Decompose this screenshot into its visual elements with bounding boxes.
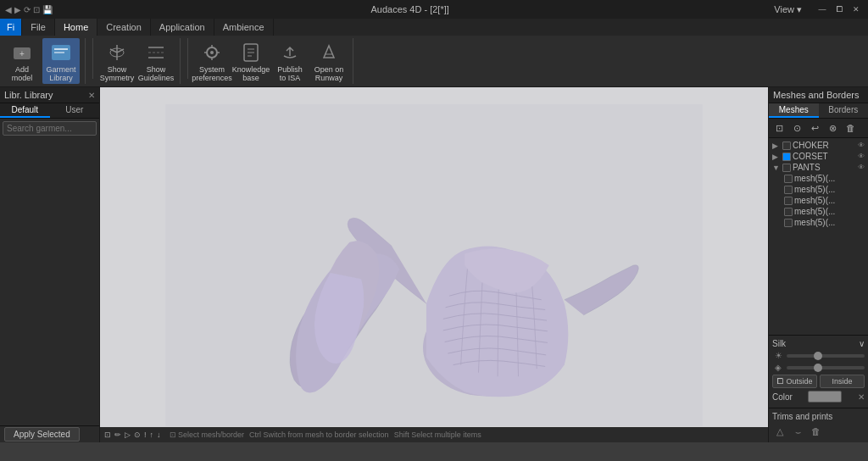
- mesh4-checkbox[interactable]: [784, 208, 793, 216]
- ribbon-group-model: + Addmodel GarmentLibrary: [3, 38, 86, 84]
- tree-item-pants[interactable]: ▼ PANTS 👁: [769, 162, 868, 173]
- target-icon[interactable]: ⊙: [134, 430, 141, 439]
- mesh-tool-close[interactable]: ⊗: [825, 120, 840, 136]
- down-icon[interactable]: ↓: [157, 430, 161, 439]
- add-model-button[interactable]: + Addmodel: [3, 38, 41, 84]
- tab-file[interactable]: File: [22, 19, 55, 36]
- outside-button[interactable]: ⧠ Outside: [772, 375, 817, 388]
- tree-item-mesh3[interactable]: mesh(5)(...: [781, 195, 868, 206]
- sep2: [187, 38, 188, 79]
- tab-creation[interactable]: Creation: [97, 19, 151, 36]
- pants-children: mesh(5)(... mesh(5)(... mesh(5)(... mesh…: [769, 173, 868, 228]
- select-icon[interactable]: ⊡: [104, 430, 111, 439]
- tab-user[interactable]: User: [50, 103, 100, 118]
- meshes-header: Meshes and Borders: [769, 87, 868, 103]
- trims-tool-delete[interactable]: 🗑: [808, 424, 823, 439]
- trims-tool-1[interactable]: △: [772, 424, 787, 439]
- mesh2-checkbox[interactable]: [784, 186, 793, 194]
- tree-item-mesh2[interactable]: mesh(5)(...: [781, 184, 868, 195]
- trims-tool-2[interactable]: ⌣: [790, 424, 805, 439]
- color-swatch[interactable]: [808, 391, 842, 403]
- mesh3-checkbox[interactable]: [784, 197, 793, 205]
- window-icon[interactable]: ⊡: [33, 5, 40, 14]
- refresh-icon[interactable]: ⟳: [24, 5, 31, 14]
- trims-header: Trims and prints: [772, 412, 865, 421]
- slider-2[interactable]: [787, 366, 865, 369]
- ribbon-tabs: Fi File Home Creation Application Ambien…: [0, 19, 868, 36]
- mesh2-label: mesh(5)(...: [794, 185, 865, 194]
- tab-application[interactable]: Application: [151, 19, 214, 36]
- left-panel-close-button[interactable]: ✕: [88, 91, 95, 100]
- mesh1-checkbox[interactable]: [784, 175, 793, 183]
- show-symmetry-label: ShowSymmetry: [100, 66, 135, 83]
- left-panel-title: Libr. Library: [4, 90, 53, 100]
- choker-checkbox[interactable]: [782, 142, 791, 150]
- garment-area: [0, 138, 99, 425]
- draw-icon[interactable]: ✏: [114, 430, 121, 439]
- tab-fi[interactable]: Fi: [0, 19, 22, 36]
- corset-eye-icon[interactable]: 👁: [858, 153, 865, 160]
- slider-1[interactable]: [787, 354, 865, 358]
- save-icon[interactable]: 💾: [42, 5, 53, 14]
- pants-eye-icon[interactable]: 👁: [858, 164, 865, 171]
- tab-home[interactable]: Home: [55, 19, 97, 36]
- publish-to-isa-button[interactable]: Publishto ISA: [271, 38, 309, 84]
- show-symmetry-button[interactable]: ShowSymmetry: [98, 38, 136, 84]
- trims-panel: Trims and prints △ ⌣ 🗑: [769, 408, 868, 442]
- material-header: Silk ∨: [772, 339, 865, 348]
- runway-icon: [317, 41, 341, 64]
- knowledge-base-button[interactable]: Knowledgebase: [232, 38, 270, 84]
- garment-library-button[interactable]: GarmentLibrary: [42, 38, 80, 84]
- apply-selected-button[interactable]: Apply Selected: [4, 427, 80, 442]
- mesh-tool-2[interactable]: ⊙: [789, 120, 804, 136]
- left-panel-tabs: Default User: [0, 103, 99, 119]
- inside-label: Inside: [832, 377, 852, 386]
- tab-borders[interactable]: Borders: [819, 103, 869, 118]
- titlebar-icons: ◀ ▶ ⟳ ⊡ 💾: [5, 5, 53, 14]
- mesh-tool-undo[interactable]: ↩: [807, 120, 822, 136]
- mesh-tool-1[interactable]: ⊡: [771, 120, 787, 136]
- ribbon-group-tools: Systempreferences Knowledgebase Publisht…: [193, 38, 353, 84]
- color-close-icon[interactable]: ✕: [858, 392, 865, 402]
- corset-checkbox[interactable]: [782, 153, 791, 161]
- play-icon[interactable]: ▷: [125, 430, 131, 439]
- tree-item-mesh1[interactable]: mesh(5)(...: [781, 173, 868, 184]
- publish-icon: [278, 41, 302, 64]
- tree-item-mesh4[interactable]: mesh(5)(...: [781, 206, 868, 217]
- back-icon[interactable]: ▶: [14, 5, 21, 14]
- open-on-runway-button[interactable]: Open onRunway: [310, 38, 348, 84]
- view-label: View: [774, 4, 794, 14]
- mesh5-checkbox[interactable]: [784, 219, 793, 227]
- status-hint-3: Shift Select multiple items: [394, 430, 481, 439]
- view-arrow-icon: ▾: [797, 4, 802, 15]
- show-guidelines-button[interactable]: ShowGuidelines: [137, 38, 175, 84]
- material-expand-icon[interactable]: ∨: [859, 339, 865, 348]
- system-preferences-button[interactable]: Systempreferences: [193, 38, 231, 84]
- trims-toolbar: △ ⌣ 🗑: [772, 424, 865, 439]
- viewport[interactable]: ⊡ ✏ ▷ ⊙ ! ↑ ↓ ⊡ Select mesh/border Ctrl …: [100, 87, 768, 442]
- prop-icon-1: ☀: [772, 351, 784, 360]
- maximize-button[interactable]: ⧠: [832, 3, 846, 16]
- app-title: Audaces 4D - [2[*]]: [53, 4, 767, 14]
- choker-eye-icon[interactable]: 👁: [858, 142, 865, 149]
- close-button[interactable]: ✕: [849, 3, 863, 16]
- pants-checkbox[interactable]: [782, 164, 791, 172]
- tree-item-mesh5[interactable]: mesh(5)(...: [781, 217, 868, 228]
- minimize-button[interactable]: —: [815, 3, 829, 16]
- meshes-tree: ▶ CHOKER 👁 ▶ CORSET 👁 ▼ PANTS 👁: [769, 138, 868, 335]
- tab-ambience[interactable]: Ambience: [214, 19, 274, 36]
- add-model-label: Addmodel: [12, 66, 33, 83]
- trims-label: Trims and prints: [772, 412, 832, 421]
- mesh-tool-delete[interactable]: 🗑: [843, 120, 858, 136]
- view-button[interactable]: View ▾: [767, 3, 809, 17]
- up-icon[interactable]: ↑: [150, 430, 154, 439]
- tab-meshes[interactable]: Meshes: [769, 103, 819, 118]
- viewport-tool-icons: ⊡ ✏ ▷ ⊙ ! ↑ ↓: [104, 430, 161, 439]
- inside-button[interactable]: Inside: [820, 375, 865, 388]
- tree-item-choker[interactable]: ▶ CHOKER 👁: [769, 140, 868, 151]
- search-input[interactable]: [3, 121, 97, 136]
- tree-item-corset[interactable]: ▶ CORSET 👁: [769, 151, 868, 162]
- status-hint-1: ⊡ Select mesh/border: [170, 430, 245, 439]
- tab-default[interactable]: Default: [0, 103, 50, 118]
- svg-marker-15: [324, 46, 334, 58]
